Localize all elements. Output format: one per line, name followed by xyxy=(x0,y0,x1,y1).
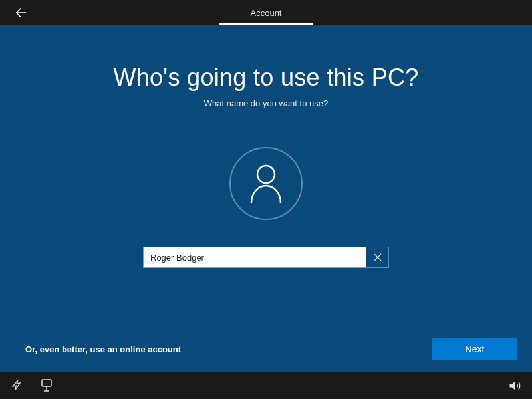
ease-of-access-icon xyxy=(11,379,24,392)
main-panel: Who's going to use this PC? What name do… xyxy=(0,25,532,372)
input-method-button[interactable] xyxy=(39,378,55,394)
taskbar-left xyxy=(9,378,55,394)
name-input-row xyxy=(143,247,389,268)
topbar: Account xyxy=(0,0,532,25)
close-icon xyxy=(374,253,382,261)
next-button[interactable]: Next xyxy=(432,338,517,360)
ease-of-access-button[interactable] xyxy=(9,378,25,394)
volume-icon xyxy=(508,379,521,392)
volume-button[interactable] xyxy=(507,378,523,394)
clear-input-button[interactable] xyxy=(366,247,389,268)
user-avatar-placeholder xyxy=(229,147,303,220)
page-subtitle: What name do you want to use? xyxy=(0,98,532,108)
ime-icon xyxy=(41,379,53,392)
tab-account[interactable]: Account xyxy=(219,1,313,25)
svg-rect-1 xyxy=(42,380,51,386)
back-button[interactable] xyxy=(12,3,31,22)
user-icon xyxy=(247,163,285,204)
name-input[interactable] xyxy=(143,247,366,268)
arrow-left-icon xyxy=(14,5,29,20)
svg-point-0 xyxy=(257,166,275,183)
page-title: Who's going to use this PC? xyxy=(0,64,532,92)
use-online-account-link[interactable]: Or, even better, use an online account xyxy=(25,344,181,354)
taskbar xyxy=(0,372,532,399)
bottom-actions: Or, even better, use an online account N… xyxy=(0,338,532,360)
